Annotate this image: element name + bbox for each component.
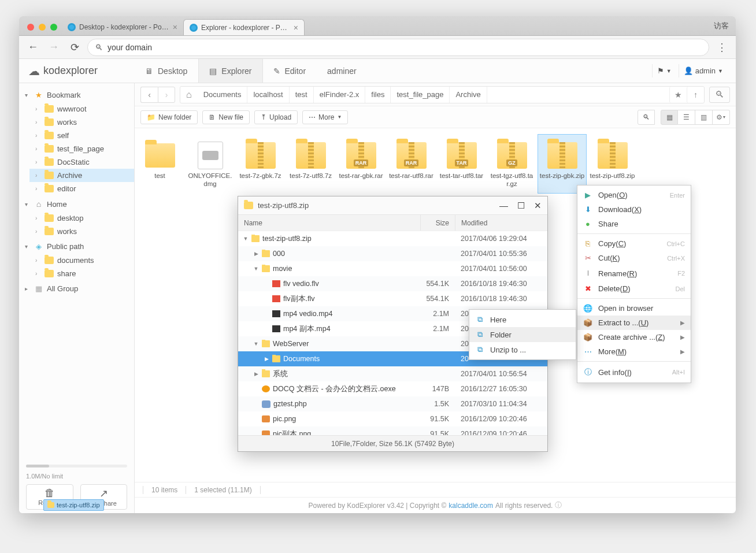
close-tab-icon[interactable]: ×: [173, 23, 177, 32]
file-item[interactable]: RARtest-rar-gbk.rar: [336, 134, 386, 194]
ctx-more[interactable]: ⋯More(M)▶: [577, 344, 691, 359]
maximize-window-icon[interactable]: [50, 24, 57, 31]
copyright-link[interactable]: kalcaddle.com: [449, 502, 493, 510]
sidebar-item[interactable]: ›documents: [29, 254, 134, 267]
history-forward[interactable]: ›: [158, 87, 175, 103]
storage-scrollbar[interactable]: [19, 459, 134, 473]
new-file-button[interactable]: 🗎New file: [202, 110, 250, 124]
col-name[interactable]: Name: [238, 219, 420, 227]
file-item[interactable]: test: [135, 134, 184, 194]
ctx-open[interactable]: ▶Open(O)Enter: [577, 188, 691, 202]
minimize-window-icon[interactable]: [39, 24, 46, 31]
logo[interactable]: ☁ kodexplorer: [19, 64, 135, 78]
reload-button[interactable]: ⟳: [66, 39, 83, 55]
browser-tab[interactable]: Desktop - kodexplorer - Powe ×: [62, 19, 183, 35]
back-button[interactable]: ←: [25, 39, 41, 55]
sidebar-item[interactable]: ›share: [29, 267, 134, 280]
history-back[interactable]: ‹: [140, 87, 158, 103]
subctx-unzip[interactable]: ⧉Unzip to ...: [469, 342, 576, 357]
favorite-button[interactable]: ★: [669, 87, 687, 103]
search-toggle[interactable]: 🔍︎: [638, 110, 655, 125]
view-list[interactable]: ☰: [678, 110, 695, 125]
archive-row[interactable]: pic.png91.5K2016/12/09 10:20:46: [238, 411, 547, 426]
ctx-cut[interactable]: ✂Cut(K)Ctrl+X: [577, 251, 691, 265]
archive-row[interactable]: pic副本.png91.5K2016/12/09 10:20:46: [238, 426, 547, 435]
sidebar-bookmark-header[interactable]: ▾★Bookmark: [19, 88, 134, 102]
tab-adminer[interactable]: adminer: [317, 59, 368, 83]
file-item[interactable]: RARtest-rar-utf8.rar: [387, 134, 436, 194]
col-size[interactable]: Size: [420, 215, 455, 231]
breadcrumb-item[interactable]: test_file_page: [391, 87, 450, 103]
search-button[interactable]: 🔍︎: [709, 87, 730, 103]
forward-button[interactable]: →: [46, 39, 62, 55]
breadcrumb-item[interactable]: elFinder-2.x: [314, 87, 366, 103]
ctx-delete[interactable]: ✖Delete(D)Del: [577, 281, 691, 296]
ctx-copy[interactable]: ⎘Copy(C)Ctrl+C: [577, 236, 691, 251]
ctx-extract[interactable]: 📦Extract to ...(U)▶: [577, 316, 691, 330]
up-button[interactable]: ↑: [687, 87, 704, 103]
address-bar[interactable]: 🔍︎ your domain: [87, 39, 709, 56]
view-settings[interactable]: ⚙▼: [713, 110, 730, 125]
new-folder-button[interactable]: 📁New folder: [140, 110, 198, 124]
col-modified[interactable]: Modified: [455, 215, 547, 231]
taskbar-item[interactable]: test-zip-utf8.zip: [43, 499, 104, 511]
close-tab-icon[interactable]: ×: [294, 23, 298, 32]
view-columns[interactable]: ▥: [695, 110, 713, 125]
breadcrumb-item[interactable]: test: [290, 87, 314, 103]
tab-explorer[interactable]: ▤Explorer: [198, 59, 262, 83]
breadcrumb-item[interactable]: Documents: [198, 87, 248, 103]
archive-row[interactable]: ▼test-zip-utf8.zip2017/04/06 19:29:04: [238, 231, 547, 246]
sidebar-item[interactable]: ›works: [29, 116, 134, 129]
file-item[interactable]: TARtest-tar-utf8.tar: [437, 134, 486, 194]
ctx-archive[interactable]: 📦Create archive ...(Z)▶: [577, 330, 691, 344]
sidebar-allgroup[interactable]: ▸▦All Group: [19, 281, 134, 296]
ctx-rename[interactable]: ­ＩRename(R)F2: [577, 265, 691, 281]
sidebar-item[interactable]: ›test_file_page: [29, 142, 134, 155]
file-item[interactable]: ONLYOFFICE.dmg: [186, 134, 235, 194]
breadcrumb-item[interactable]: localhost: [247, 87, 289, 103]
minimize-icon[interactable]: —: [499, 201, 508, 211]
breadcrumb-item[interactable]: Archive: [450, 87, 487, 103]
archive-row[interactable]: ▼movie2017/04/01 10:56:00: [238, 261, 547, 276]
ctx-getinfo[interactable]: ⓘGet info(I)Alt+I: [577, 364, 691, 380]
browser-menu-button[interactable]: ⋮: [714, 41, 730, 54]
breadcrumb-item[interactable]: files: [365, 87, 391, 103]
view-grid[interactable]: ▦: [661, 110, 678, 125]
file-item[interactable]: test-7z-utf8.7z: [286, 134, 335, 194]
sidebar-item[interactable]: ›wwwroot: [29, 102, 134, 116]
sidebar-public-header[interactable]: ▾◈Public path: [19, 239, 134, 254]
breadcrumb-home-icon[interactable]: ⌂: [180, 90, 198, 100]
sidebar-item[interactable]: ›editor: [29, 182, 134, 195]
archive-row[interactable]: ▶系统2017/04/01 10:56:54: [238, 366, 547, 381]
ctx-share[interactable]: ●Share: [577, 217, 691, 231]
breadcrumb[interactable]: ⌂ DocumentslocalhosttestelFinder-2.xfile…: [180, 86, 705, 103]
maximize-icon[interactable]: ☐: [517, 201, 525, 211]
close-icon[interactable]: ✕: [534, 201, 542, 211]
ctx-download[interactable]: ⬇Download(X): [577, 202, 691, 217]
subctx-here[interactable]: ⧉Here: [469, 312, 576, 327]
info-icon[interactable]: ⓘ: [555, 500, 562, 510]
archive-row[interactable]: gztest.php1.5K2017/03/10 11:04:34: [238, 396, 547, 411]
window-controls[interactable]: [24, 24, 62, 35]
archive-row[interactable]: DOCQ 文档云 - 会办公的文档云.oexe147B2016/12/27 16…: [238, 381, 547, 396]
ctx-open-browser[interactable]: 🌐Open in browser: [577, 301, 691, 316]
sidebar-item[interactable]: ›works: [29, 225, 134, 238]
sidebar-home-header[interactable]: ▾⌂Home: [19, 196, 134, 211]
sidebar-item[interactable]: ›DocStatic: [29, 155, 134, 169]
flag-menu[interactable]: ⚑▼: [652, 64, 676, 77]
close-window-icon[interactable]: [27, 24, 34, 31]
archive-row[interactable]: flv vedio.flv554.1K2016/10/18 19:46:30: [238, 276, 547, 291]
more-button[interactable]: ⋯More▼: [302, 110, 348, 124]
archive-row[interactable]: ▶0002017/04/01 10:55:36: [238, 246, 547, 261]
archive-row[interactable]: flv副本.flv554.1K2016/10/18 19:46:30: [238, 291, 547, 306]
sidebar-item[interactable]: ›Archive: [29, 169, 134, 182]
subctx-folder[interactable]: ⧉Folder: [469, 327, 576, 342]
sidebar-item[interactable]: ›self: [29, 129, 134, 142]
tab-editor[interactable]: ✎Editor: [263, 59, 317, 83]
file-item[interactable]: GZtest-tgz-utf8.tar.gz: [487, 134, 536, 194]
user-menu[interactable]: 👤admin▼: [679, 64, 728, 77]
upload-button[interactable]: ⤒Upload: [254, 110, 298, 124]
sidebar-item[interactable]: ›desktop: [29, 211, 134, 225]
tab-desktop[interactable]: 🖥Desktop: [135, 59, 198, 83]
file-item[interactable]: test-7z-gbk.7z: [236, 134, 285, 194]
